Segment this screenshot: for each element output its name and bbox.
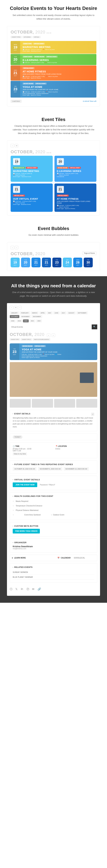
event-tile[interactable]: MON19OCT PRESCHEDULEDVIRTUAL EVENT MARKE… — [10, 156, 53, 182]
related-item[interactable]: BLUE PLANET SEMINAR — [13, 575, 94, 580]
tab-pill[interactable]: EVENT TYPE — [10, 338, 20, 341]
month-pill[interactable]: APRIL — [39, 311, 46, 314]
year-pill[interactable]: 2019 — [16, 319, 22, 322]
event-strip[interactable]: FRI23OCT MOVED ONLINEVIRTUAL EVENT YOGA … — [10, 81, 97, 98]
month-next[interactable]: › — [52, 334, 55, 337]
load-more-button[interactable]: Load More — [10, 100, 22, 103]
month-pill[interactable]: NOVEMBER — [20, 315, 31, 318]
find-yoga-button[interactable]: FIND MORE YOGA VIDEOS — [13, 529, 40, 533]
event-bubble[interactable]: FRI30OCT — [84, 258, 93, 267]
thumb[interactable] — [32, 399, 53, 408]
reset-arrow[interactable]: ⟲ — [14, 306, 18, 309]
link-icon[interactable]: 🔗 — [37, 587, 41, 590]
event-bubble[interactable]: TUE20OCT — [21, 258, 30, 267]
event-details-text: Strengthening hatha class with a centeri… — [13, 416, 94, 428]
cal-month: OCTOBER, 2020 — [10, 30, 97, 35]
health-item: Temperature Checked At Entrance — [13, 503, 94, 508]
reset-arrow[interactable]: ⟲ — [15, 144, 18, 147]
event-strip[interactable]: MON19OCT EVENT TYPEVIRTUAL EVENT MARKETI… — [10, 41, 97, 54]
month-pill[interactable]: OCTOBER — [10, 315, 19, 318]
health-item: Masks Required — [13, 499, 94, 503]
year-pill[interactable]: 2018 — [10, 319, 16, 322]
tiles-subtitle: Cleanly designed event tiles layout offe… — [12, 124, 95, 135]
event-bubble[interactable]: WED28OCT — [73, 258, 82, 267]
social-row: ⓕ 𝕏 in Ⓟ ✉ 🔗 — [10, 585, 97, 593]
event-strip[interactable]: TUE20OCT EVENT STATEMOVED ONLINEVIRTUAL … — [10, 54, 97, 65]
month-pill[interactable]: JULY — [60, 311, 66, 314]
future-date[interactable]: NOVEMBER 6, 2020 9:00 AM — [38, 467, 62, 471]
tab-pill[interactable]: PAST & FUTURE EVENTS — [33, 338, 50, 341]
colorize-subtitle: Set unlimited colors for events and easi… — [12, 13, 95, 21]
event-bubble[interactable]: MON19OCT — [10, 258, 20, 267]
next-arrow[interactable]: › — [15, 246, 18, 249]
pinterest-icon[interactable]: Ⓟ — [26, 587, 29, 590]
filter-pill[interactable]: VIRTUAL — [32, 36, 41, 38]
future-date[interactable]: OCTOBER 30, 2020 9:00 AM — [13, 467, 36, 471]
calendar-button[interactable]: 📅 CALENDAR GOOGLECAL — [55, 555, 97, 561]
calendar-strips: OCTOBER, 2020 EVENT TYPESUPCOMINGVIRTUAL… — [7, 26, 100, 106]
month-pill[interactable]: SEPTEMBER — [76, 311, 88, 314]
event-bubble[interactable]: SAT24OCT — [63, 258, 72, 267]
thumb[interactable] — [76, 399, 97, 408]
allthings-subtitle: One of a kind event card experience. Ope… — [12, 290, 95, 298]
related-item[interactable]: SUNDAY SERMON — [13, 570, 94, 575]
filter-pill[interactable]: UPCOMING — [22, 36, 32, 38]
facebook-icon[interactable]: ⓕ — [10, 587, 12, 590]
month-pill[interactable]: JANUARY — [10, 311, 19, 314]
health-item: Physical Distance Maintained — [13, 508, 94, 513]
year-pill[interactable]: 2022 — [36, 319, 42, 322]
details-month: OCTOBER, 2020 ‹ › — [10, 332, 97, 337]
custom-meta-heading: CUSTOM META BUTTON — [13, 525, 94, 527]
event-tile[interactable]: WED21OCT VIRTUAL EVENT OUR VIRTUAL EVENT… — [10, 184, 53, 212]
health-heading: HEALTH GUIDELINES FOR THIS EVENT — [13, 495, 94, 497]
filter-pill[interactable]: EVENT TYPES — [10, 36, 22, 38]
tiles-title: Event Tiles — [7, 117, 100, 122]
next-arrow[interactable]: › — [18, 306, 22, 309]
month-pill[interactable]: JUNE — [53, 311, 60, 314]
month-pill[interactable]: MARCH — [31, 311, 38, 314]
ticket-badge: TICKET — [13, 435, 22, 439]
thumbnail-row — [10, 399, 97, 408]
learn-more-button[interactable]: ℹ LEARN MORE — [10, 555, 52, 561]
event-strip[interactable]: WED21OCT VIRTUAL EVENT AT HOME FITNESSJO… — [10, 65, 97, 81]
bubble-filter[interactable]: Yoga at Home — [82, 251, 97, 255]
hero-event[interactable]: FRI23OCT MOVED ONLINEVIRTUAL EVENT YOGA … — [10, 343, 97, 360]
future-times-heading: FUTURE EVENT TIMES IN THIS REPEATING EVE… — [13, 463, 94, 465]
month-pill[interactable]: MAY — [47, 311, 53, 314]
thumb[interactable] — [54, 399, 75, 408]
twitter-icon[interactable]: 𝕏 — [15, 587, 18, 590]
organizer-heading: ORGANIZER — [13, 541, 94, 544]
event-image — [10, 362, 97, 397]
prev-arrow[interactable]: ‹ — [10, 246, 14, 249]
email-icon[interactable]: ✉ — [32, 587, 35, 590]
future-date[interactable]: NOVEMBER 13, 2020 9:00 AM — [64, 467, 89, 471]
calendar-tiles: ‹⟲ OCTOBER, 2020 MON19OCT PRESCHEDULEDVI… — [7, 140, 100, 215]
expand-icon[interactable]: ⤢ — [91, 413, 94, 416]
event-bubble[interactable]: WED21OCT — [31, 258, 41, 267]
month-prev[interactable]: ‹ — [47, 334, 50, 337]
event-bubble[interactable]: WED21OCT — [42, 258, 51, 267]
linkedin-icon[interactable]: in — [21, 587, 24, 590]
event-tile[interactable]: TUE20OCT MOVED ONLINEVIRTUAL EVENT E-LEA… — [54, 156, 97, 182]
search-button[interactable]: 🔍 — [92, 324, 97, 329]
organizer-email: me@krishna.com — [13, 548, 94, 550]
year-pill[interactable]: 2021 — [29, 319, 35, 322]
month-pill[interactable]: AUGUST — [67, 311, 76, 314]
tiles-month: OCTOBER, 2020 — [10, 150, 97, 154]
tab-pill[interactable]: EVENT TYPE 2 — [21, 338, 32, 341]
health-item: Event Area Sanitized○ Outdoor Event — [13, 513, 94, 517]
year-pill[interactable]: 2020 — [23, 319, 29, 322]
search-input[interactable] — [10, 324, 92, 329]
event-tile[interactable]: WED21OCT VIRTUAL EVENT AT HOME FITNESSJO… — [54, 184, 97, 212]
bubbles-subtitle: Go even more minimal with colorful event… — [12, 233, 95, 237]
event-details-heading: EVENT DETAILS — [13, 413, 91, 415]
prev-arrow[interactable]: ‹ — [10, 144, 14, 147]
join-event-button[interactable]: JOIN THE EVENT NOW — [13, 483, 37, 487]
time-label: 🕐 TIME — [13, 445, 52, 447]
event-bubble[interactable]: FRI23OCT — [52, 258, 61, 267]
prev-arrow[interactable]: ‹ — [10, 306, 13, 309]
view-my-time-button[interactable]: View in my time — [13, 453, 27, 455]
month-pill[interactable]: DECEMBER — [31, 315, 42, 318]
month-pill[interactable]: FEBRUARY — [20, 311, 30, 314]
thumb[interactable] — [10, 399, 31, 408]
